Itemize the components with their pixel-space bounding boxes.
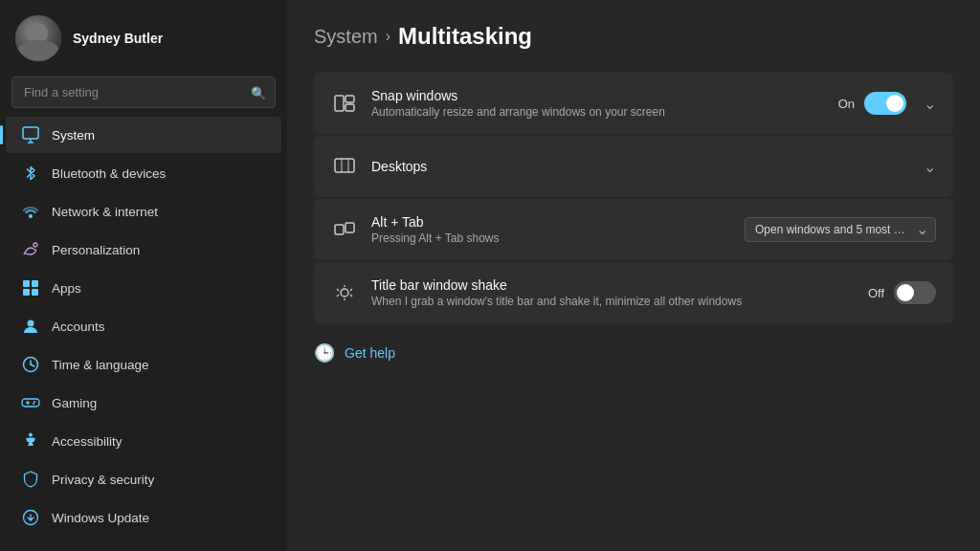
svg-rect-0 xyxy=(23,127,38,139)
sidebar: Sydney Butler 🔍 System Bluet xyxy=(0,0,287,551)
setting-desktops[interactable]: Desktops ⌄ xyxy=(314,136,953,197)
svg-rect-8 xyxy=(32,289,38,296)
svg-rect-20 xyxy=(345,96,354,102)
sidebar-label-time: Time & language xyxy=(52,358,149,372)
alt-tab-text: Alt + Tab Pressing Alt + Tab shows xyxy=(371,214,745,245)
sidebar-item-gaming[interactable]: Gaming xyxy=(6,385,281,421)
accounts-icon xyxy=(21,317,40,336)
get-help-label: Get help xyxy=(345,345,395,361)
alt-tab-dropdown-wrap: Open windows and 5 most recent tabs in M… xyxy=(745,217,936,242)
svg-line-12 xyxy=(31,364,34,366)
user-profile[interactable]: Sydney Butler xyxy=(0,0,287,73)
avatar xyxy=(15,15,61,61)
svg-rect-5 xyxy=(23,280,30,287)
alt-tab-dropdown[interactable]: Open windows and 5 most recent tabs in M… xyxy=(745,217,936,242)
update-icon xyxy=(21,508,40,527)
setting-alt-tab[interactable]: Alt + Tab Pressing Alt + Tab shows Open … xyxy=(314,199,953,260)
snap-windows-icon xyxy=(331,90,358,117)
sidebar-label-apps: Apps xyxy=(52,281,81,296)
sidebar-item-bluetooth[interactable]: Bluetooth & devices xyxy=(6,155,281,191)
sidebar-item-personalization[interactable]: Personalization xyxy=(6,231,281,268)
alt-tab-control: Open windows and 5 most recent tabs in M… xyxy=(745,217,936,242)
accessibility-icon xyxy=(21,431,40,451)
snap-windows-desc: Automatically resize and arrange windows… xyxy=(371,105,832,119)
breadcrumb-current: Multitasking xyxy=(398,23,532,50)
desktops-control: ⌄ xyxy=(916,158,936,176)
svg-line-28 xyxy=(337,289,339,291)
desktops-text: Desktops xyxy=(371,159,916,174)
title-bar-shake-icon xyxy=(331,279,358,306)
svg-point-17 xyxy=(29,433,33,437)
svg-line-29 xyxy=(337,295,339,297)
search-box: 🔍 xyxy=(11,77,276,108)
alt-tab-icon xyxy=(331,216,358,243)
personalization-icon xyxy=(21,240,40,259)
title-bar-shake-text: Title bar window shake When I grab a win… xyxy=(371,277,861,308)
breadcrumb-chevron-icon: › xyxy=(386,28,390,45)
sidebar-item-apps[interactable]: Apps xyxy=(6,270,281,306)
svg-point-27 xyxy=(341,289,348,297)
sidebar-label-accessibility: Accessibility xyxy=(52,434,122,449)
sidebar-item-update[interactable]: Windows Update xyxy=(6,499,281,536)
svg-point-3 xyxy=(29,214,33,218)
sidebar-item-system[interactable]: System xyxy=(6,117,281,153)
svg-point-15 xyxy=(33,401,35,403)
sidebar-label-system: System xyxy=(52,128,95,143)
system-icon xyxy=(21,125,40,144)
breadcrumb: System › Multitasking xyxy=(314,23,953,50)
sidebar-item-accessibility[interactable]: Accessibility xyxy=(6,423,281,459)
sidebar-item-network[interactable]: Network & internet xyxy=(6,193,281,230)
title-bar-shake-toggle[interactable] xyxy=(894,281,936,304)
sidebar-label-bluetooth: Bluetooth & devices xyxy=(52,166,166,181)
setting-title-bar-shake[interactable]: Title bar window shake When I grab a win… xyxy=(314,262,953,323)
sidebar-item-privacy[interactable]: Privacy & security xyxy=(6,461,281,497)
svg-rect-26 xyxy=(345,223,354,232)
title-bar-shake-title: Title bar window shake xyxy=(371,277,861,293)
get-help[interactable]: 🕒 Get help xyxy=(314,342,953,364)
svg-point-9 xyxy=(28,320,34,327)
alt-tab-desc: Pressing Alt + Tab shows xyxy=(371,231,745,245)
sidebar-label-network: Network & internet xyxy=(52,205,158,219)
sidebar-item-accounts[interactable]: Accounts xyxy=(6,308,281,344)
time-icon xyxy=(21,355,40,374)
snap-windows-toggle[interactable] xyxy=(864,92,906,115)
sidebar-label-accounts: Accounts xyxy=(52,320,105,334)
snap-windows-title: Snap windows xyxy=(371,88,832,103)
svg-rect-6 xyxy=(32,280,38,287)
privacy-icon xyxy=(21,470,40,489)
search-input[interactable] xyxy=(11,77,276,108)
search-icon: 🔍 xyxy=(251,85,266,99)
desktops-title: Desktops xyxy=(371,159,916,174)
snap-windows-chevron-icon[interactable]: ⌄ xyxy=(924,95,936,113)
title-bar-shake-toggle-label: Off xyxy=(861,286,884,300)
desktops-chevron-icon[interactable]: ⌄ xyxy=(924,158,936,176)
svg-rect-21 xyxy=(345,104,354,111)
bluetooth-icon xyxy=(21,164,40,183)
setting-snap-windows[interactable]: Snap windows Automatically resize and ar… xyxy=(314,73,953,134)
svg-rect-25 xyxy=(335,225,344,234)
snap-windows-control: On ⌄ xyxy=(832,92,936,115)
svg-point-16 xyxy=(33,403,34,405)
svg-rect-22 xyxy=(335,159,354,172)
sidebar-label-gaming: Gaming xyxy=(52,396,97,410)
alt-tab-title: Alt + Tab xyxy=(371,214,745,230)
sidebar-item-time[interactable]: Time & language xyxy=(6,346,281,383)
snap-windows-toggle-label: On xyxy=(832,97,855,111)
svg-rect-7 xyxy=(23,289,30,296)
svg-line-30 xyxy=(350,289,352,291)
desktops-icon xyxy=(331,153,358,180)
main-layout: Sydney Butler 🔍 System Bluet xyxy=(0,0,980,551)
settings-list: Snap windows Automatically resize and ar… xyxy=(314,73,953,323)
get-help-icon: 🕒 xyxy=(314,342,335,364)
network-icon xyxy=(21,202,40,221)
sidebar-label-update: Windows Update xyxy=(52,511,149,525)
title-bar-shake-desc: When I grab a window's title bar and sha… xyxy=(371,295,861,308)
svg-line-31 xyxy=(350,295,352,297)
gaming-icon xyxy=(21,393,40,412)
content-area: System › Multitasking Snap windows Autom… xyxy=(287,0,980,551)
svg-point-4 xyxy=(33,243,37,247)
user-name: Sydney Butler xyxy=(73,31,163,46)
breadcrumb-parent[interactable]: System xyxy=(314,26,378,48)
title-bar-shake-control: Off xyxy=(861,281,936,304)
apps-icon xyxy=(21,278,40,298)
